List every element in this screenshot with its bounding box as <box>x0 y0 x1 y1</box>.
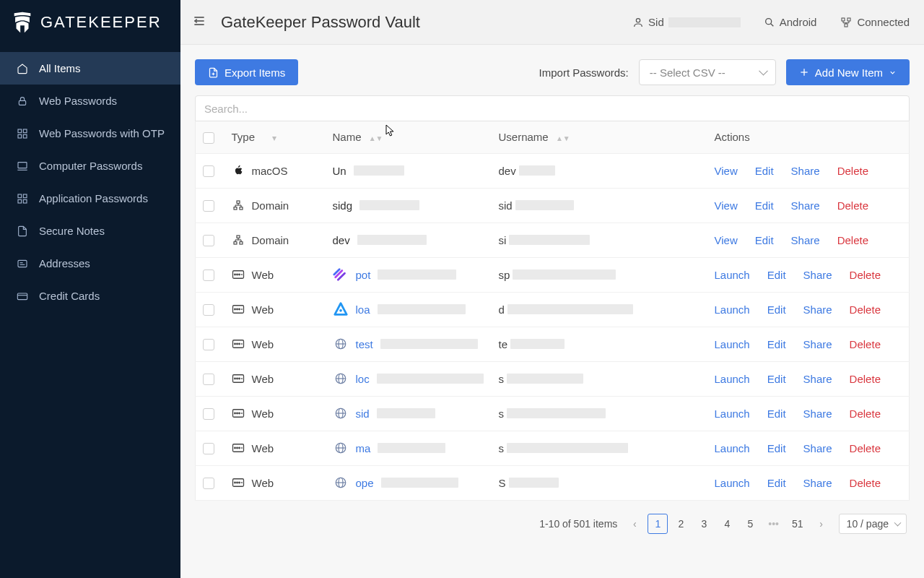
item-name[interactable]: sid <box>356 407 370 420</box>
svg-rect-3 <box>18 134 22 138</box>
sidebar-toggle-button[interactable] <box>188 9 211 35</box>
svg-point-91 <box>234 482 235 483</box>
delete-action[interactable]: Delete <box>850 477 881 489</box>
launch-action[interactable]: Launch <box>715 477 750 489</box>
share-action[interactable]: Share <box>791 199 820 212</box>
page-size-select[interactable]: 10 / page <box>839 514 907 534</box>
row-checkbox[interactable] <box>203 165 214 177</box>
prev-page[interactable]: ‹ <box>624 514 645 534</box>
username-prefix: dev <box>499 165 516 177</box>
import-select[interactable]: -- Select CSV -- <box>639 59 776 85</box>
sidebar-item-web-passwords[interactable]: Web Passwords <box>0 85 180 117</box>
menu-collapse-icon <box>192 14 206 28</box>
table-row: WeblocsLaunchEditShareDelete <box>196 361 910 396</box>
sidebar-item-secure-notes[interactable]: Secure Notes <box>0 215 180 247</box>
item-name[interactable]: loa <box>356 303 370 316</box>
sidebar-item-credit-cards[interactable]: Credit Cards <box>0 280 180 312</box>
item-name[interactable]: pot <box>356 269 371 281</box>
share-action[interactable]: Share <box>803 442 832 454</box>
edit-action[interactable]: Edit <box>767 442 786 454</box>
import-label: Import Passwords: <box>539 66 629 79</box>
item-name[interactable]: test <box>356 338 373 350</box>
item-name[interactable]: loc <box>356 373 370 385</box>
page-4[interactable]: 4 <box>717 514 737 534</box>
launch-action[interactable]: Launch <box>715 407 750 420</box>
delete-action[interactable]: Delete <box>837 165 868 177</box>
share-action[interactable]: Share <box>803 477 832 489</box>
row-checkbox[interactable] <box>203 235 214 246</box>
svg-point-61 <box>238 343 240 345</box>
row-checkbox[interactable] <box>203 374 214 385</box>
edit-action[interactable]: Edit <box>767 269 786 281</box>
sidebar-item-addresses[interactable]: Addresses <box>0 247 180 280</box>
edit-action[interactable]: Edit <box>767 373 786 385</box>
filter-icon[interactable]: ▾ <box>272 133 276 143</box>
share-action[interactable]: Share <box>803 407 832 420</box>
col-username[interactable]: Username ▲▼ <box>492 121 707 153</box>
edit-action[interactable]: Edit <box>755 199 774 212</box>
row-checkbox[interactable] <box>203 408 214 420</box>
sidebar-item-web-passwords-with-otp[interactable]: Web Passwords with OTP <box>0 117 180 150</box>
col-type[interactable]: Type ▾ <box>225 121 326 153</box>
edit-action[interactable]: Edit <box>767 407 786 420</box>
toolbar: Export Items Import Passwords: -- Select… <box>195 59 910 85</box>
edit-action[interactable]: Edit <box>755 165 774 177</box>
row-checkbox[interactable] <box>203 304 214 316</box>
page-size-label: 10 / page <box>847 518 889 530</box>
launch-action[interactable]: Launch <box>715 442 750 454</box>
sidebar-item-all-items[interactable]: All Items <box>0 52 180 85</box>
add-new-item-button[interactable]: Add New Item <box>786 59 910 85</box>
page-2[interactable]: 2 <box>671 514 691 534</box>
page-3[interactable]: 3 <box>694 514 714 534</box>
launch-action[interactable]: Launch <box>715 338 750 350</box>
row-checkbox[interactable] <box>203 443 214 454</box>
edit-action[interactable]: Edit <box>755 234 774 246</box>
share-action[interactable]: Share <box>791 234 820 246</box>
row-checkbox[interactable] <box>203 478 214 489</box>
row-checkbox[interactable] <box>203 339 214 350</box>
edit-action[interactable]: Edit <box>767 477 786 489</box>
user-indicator[interactable]: Sid <box>632 16 741 28</box>
view-action[interactable]: View <box>715 165 738 177</box>
delete-action[interactable]: Delete <box>850 442 881 454</box>
share-action[interactable]: Share <box>803 338 832 350</box>
delete-action[interactable]: Delete <box>850 338 881 350</box>
row-checkbox[interactable] <box>203 200 214 212</box>
share-action[interactable]: Share <box>803 373 832 385</box>
sidebar-item-application-passwords[interactable]: Application Passwords <box>0 182 180 215</box>
launch-action[interactable]: Launch <box>715 269 750 281</box>
next-page[interactable]: › <box>811 514 832 534</box>
view-action[interactable]: View <box>715 199 738 212</box>
svg-point-50 <box>238 274 240 275</box>
item-name[interactable]: ma <box>356 442 371 454</box>
delete-action[interactable]: Delete <box>850 373 881 385</box>
row-checkbox[interactable] <box>203 269 214 281</box>
export-button[interactable]: Export Items <box>195 59 298 85</box>
delete-action[interactable]: Delete <box>850 269 881 281</box>
select-all-checkbox[interactable] <box>203 132 214 144</box>
delete-action[interactable]: Delete <box>837 199 868 212</box>
delete-action[interactable]: Delete <box>850 303 881 316</box>
share-action[interactable]: Share <box>791 165 820 177</box>
col-name[interactable]: Name ▲▼ <box>326 121 492 153</box>
search-input[interactable] <box>195 95 910 121</box>
page-5[interactable]: 5 <box>740 514 760 534</box>
delete-action[interactable]: Delete <box>837 234 868 246</box>
svg-point-77 <box>238 413 240 414</box>
connected-icon <box>840 17 853 28</box>
edit-action[interactable]: Edit <box>767 338 786 350</box>
share-action[interactable]: Share <box>803 303 832 316</box>
edit-action[interactable]: Edit <box>767 303 786 316</box>
connection-indicator[interactable]: Connected <box>840 16 910 28</box>
delete-action[interactable]: Delete <box>850 407 881 420</box>
launch-action[interactable]: Launch <box>715 373 750 385</box>
view-action[interactable]: View <box>715 234 738 246</box>
page-51[interactable]: 51 <box>787 514 808 534</box>
launch-action[interactable]: Launch <box>715 303 750 316</box>
sidebar-item-computer-passwords[interactable]: Computer Passwords <box>0 150 180 182</box>
page-1[interactable]: 1 <box>648 514 668 534</box>
share-action[interactable]: Share <box>803 269 832 281</box>
item-name[interactable]: ope <box>356 477 374 489</box>
add-label: Add New Item <box>815 66 883 79</box>
device-indicator[interactable]: Android <box>764 16 817 28</box>
